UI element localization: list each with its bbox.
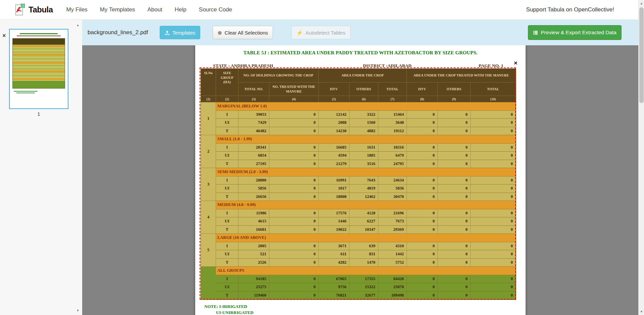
nav-my-templates[interactable]: My Templates <box>100 6 135 13</box>
selection-close-button[interactable]: × <box>514 60 518 66</box>
sidebar-scroll-up-icon[interactable]: ▲ <box>76 23 79 27</box>
selection-box[interactable] <box>200 67 516 300</box>
nav-source-code[interactable]: Source Code <box>199 6 232 13</box>
pdf-notes: NOTE: I-IRRIGATED UI-UNIRRIGATED <box>204 304 254 315</box>
sidebar-scroll-down-icon[interactable]: ▼ <box>76 309 79 312</box>
preview-export-button[interactable]: Preview & Export Extracted Data <box>528 25 622 40</box>
clear-button-label: Clear All Selections <box>225 30 268 36</box>
selection-toolbar: background_lines_2.pdf Templates ⊗ Clear… <box>82 20 638 45</box>
document-filename: background_lines_2.pdf <box>88 29 148 36</box>
thumbnail-note-line <box>16 93 35 93</box>
note-line-2: UI-UNIRRIGATED <box>216 310 254 315</box>
page-number-label: 1 <box>9 111 68 117</box>
pages-sidebar: × 1 ▲ ▼ <box>0 20 82 315</box>
autodetect-button-label: Autodetect Tables <box>306 30 345 36</box>
main-menu: My Files My Templates About Help Source … <box>66 6 232 13</box>
tabula-app: Tabula My Files My Templates About Help … <box>0 0 644 315</box>
thumbnail-table-preview <box>12 38 65 89</box>
nav-my-files[interactable]: My Files <box>66 6 88 13</box>
top-navbar: Tabula My Files My Templates About Help … <box>0 0 644 20</box>
export-button-label: Preview & Export Extracted Data <box>541 30 616 36</box>
brand-title: Tabula <box>29 5 53 14</box>
tabula-logo-icon <box>15 3 25 16</box>
pdf-table-title: TABLE 5J : ESTIMATED AREA UNDER PADDY TR… <box>195 50 526 56</box>
templates-button[interactable]: Templates <box>160 26 200 39</box>
nav-help[interactable]: Help <box>175 6 186 13</box>
scrollbar-thumb[interactable] <box>639 7 644 103</box>
autodetect-tables-button[interactable]: ⚡ Autodetect Tables <box>291 26 351 39</box>
scrollbar-down-icon[interactable]: ▼ <box>639 309 644 314</box>
scrollbar-up-icon[interactable]: ▲ <box>639 1 644 6</box>
clear-selections-icon: ⊗ <box>218 30 222 35</box>
remove-page-button[interactable]: × <box>2 33 6 39</box>
thumbnail-note-line <box>14 91 38 92</box>
bolt-icon: ⚡ <box>297 30 303 35</box>
pdf-page-canvas[interactable]: TABLE 5J : ESTIMATED AREA UNDER PADDY TR… <box>195 45 526 315</box>
clear-all-selections-button[interactable]: ⊗ Clear All Selections <box>213 26 273 39</box>
vertical-scrollbar[interactable]: ▲ ▼ <box>638 0 644 315</box>
thumbnail-meta-line <box>17 36 61 36</box>
templates-button-label: Templates <box>172 30 195 36</box>
thumbnail-title-line <box>20 33 58 34</box>
table-list-icon <box>533 30 538 35</box>
pdf-viewport: TABLE 5J : ESTIMATED AREA UNDER PADDY TR… <box>82 45 638 315</box>
upload-icon <box>165 30 170 35</box>
note-line-1: NOTE: I-IRRIGATED <box>204 304 254 310</box>
brand-home-link[interactable]: Tabula <box>15 3 53 16</box>
support-link[interactable]: Support Tabula on OpenCollective! <box>526 6 614 13</box>
page-thumbnail[interactable] <box>9 29 68 109</box>
nav-about[interactable]: About <box>147 6 162 13</box>
